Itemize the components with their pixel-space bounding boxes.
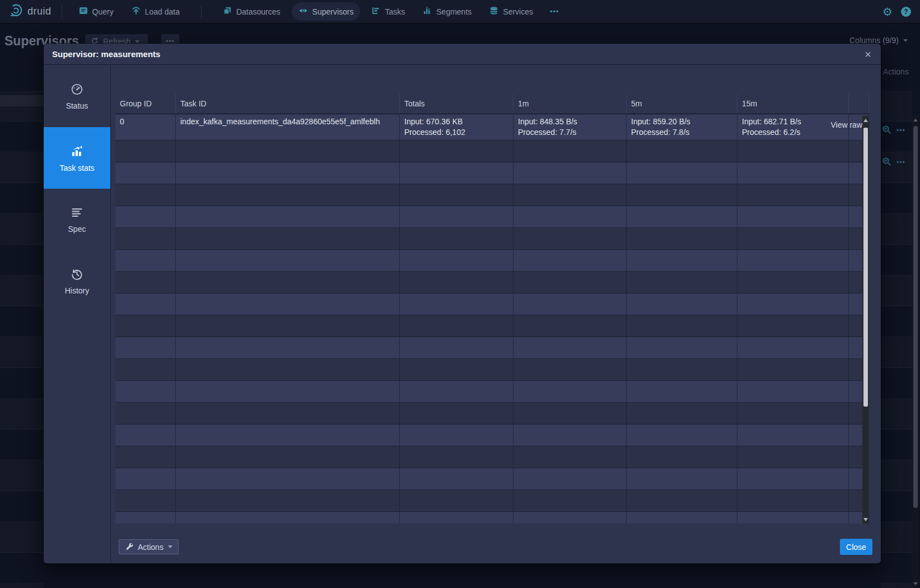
cell-empty: [115, 206, 176, 227]
cell-empty: [627, 206, 737, 227]
column-header-15m[interactable]: 15m: [737, 94, 849, 114]
actions-button[interactable]: Actions: [119, 539, 179, 554]
cell-empty: [400, 206, 513, 227]
cell-empty: [176, 184, 400, 206]
column-header-1m[interactable]: 1m: [513, 94, 627, 114]
table-row-empty: [115, 468, 869, 490]
cell-empty: [513, 359, 627, 380]
nav-items: Query Load data D: [72, 2, 565, 21]
cell-empty: [400, 162, 513, 184]
cell-empty: [513, 272, 627, 293]
page-scrollbar[interactable]: [912, 116, 919, 588]
nav-item-tasks[interactable]: Tasks: [365, 2, 412, 21]
tab-label: Task stats: [59, 164, 94, 172]
row-more-icon[interactable]: •••: [896, 158, 905, 166]
tab-label: Spec: [68, 225, 86, 234]
search-icon[interactable]: [882, 157, 891, 169]
background-row-actions: •••: [882, 124, 913, 137]
nav-more-button[interactable]: •••: [544, 7, 565, 16]
cell-empty: [737, 403, 849, 424]
cell-totals: Input: 670.36 KB Processed: 6,102: [400, 114, 513, 140]
load-data-icon: [132, 6, 141, 17]
cell-empty: [513, 490, 627, 511]
nav-item-label: Tasks: [385, 7, 405, 16]
cell-empty: [176, 424, 400, 446]
column-header-totals[interactable]: Totals: [400, 94, 513, 114]
align-left-icon: [71, 206, 83, 221]
table-row-empty: [115, 446, 869, 468]
cell-empty: [737, 315, 849, 337]
cell-empty: [400, 381, 513, 402]
close-button[interactable]: Close: [840, 539, 872, 555]
cell-empty: [627, 293, 737, 315]
druid-logo[interactable]: druid: [9, 3, 52, 20]
5m-processed: Processed: 7.8/s: [631, 127, 732, 138]
search-icon[interactable]: [882, 125, 891, 137]
table-scrollbar[interactable]: [862, 116, 869, 524]
table-row-empty: [115, 250, 869, 272]
nav-item-segments[interactable]: Segments: [416, 2, 478, 21]
tab-spec[interactable]: Spec: [44, 189, 110, 250]
15m-processed: Processed: 6.2/s: [742, 127, 844, 138]
close-icon[interactable]: ×: [861, 47, 875, 62]
nav-item-datasources[interactable]: Datasources: [216, 2, 287, 21]
cell-empty: [627, 381, 737, 402]
gear-icon[interactable]: ⚙: [882, 6, 893, 17]
cell-empty: [400, 250, 513, 271]
caret-down-icon: [135, 40, 139, 43]
table-row-empty: [115, 490, 869, 512]
cell-task-id: index_kafka_measurements_da4a92860e55e5f…: [176, 114, 400, 140]
cell-empty: [737, 250, 849, 271]
cell-empty: [115, 468, 176, 489]
cell-empty: [115, 162, 176, 184]
nav-item-services[interactable]: Services: [483, 2, 540, 21]
cell-empty: [513, 468, 627, 489]
cell-empty: [627, 337, 737, 358]
cell-empty: [627, 446, 737, 468]
cell-empty: [627, 228, 737, 249]
cell-empty: [115, 141, 176, 162]
help-icon[interactable]: ?: [901, 7, 911, 17]
table-row-empty: [115, 293, 869, 315]
cell-empty: [627, 512, 737, 524]
cell-empty: [115, 490, 176, 511]
cell-empty: [513, 424, 627, 446]
nav-separator: [62, 6, 62, 18]
table-scrollbar-thumb[interactable]: [863, 128, 868, 407]
tab-history[interactable]: History: [44, 250, 110, 312]
caret-down-icon: [903, 39, 908, 42]
dialog-header: Supervisor: measurements ×: [44, 44, 881, 65]
nav-item-supervisors[interactable]: Supervisors: [292, 2, 361, 21]
cell-empty: [115, 512, 176, 524]
page-scrollbar-thumb[interactable]: [913, 126, 918, 508]
column-header-group-id[interactable]: Group ID: [115, 94, 176, 114]
cell-empty: [176, 293, 400, 315]
row-more-icon[interactable]: •••: [896, 127, 905, 134]
cell-empty: [176, 337, 400, 358]
cell-empty: [400, 184, 513, 206]
cell-empty: [176, 228, 400, 249]
table-row-empty: [115, 381, 869, 403]
column-header-task-id[interactable]: Task ID: [176, 94, 400, 114]
cell-empty: [176, 250, 400, 271]
chart-trend-icon: [70, 144, 84, 160]
scroll-down-icon: [913, 582, 918, 585]
nav-item-query[interactable]: Query: [72, 2, 120, 21]
view-raw-button[interactable]: View raw: [830, 120, 862, 129]
cell-empty: [400, 228, 513, 249]
history-icon: [71, 268, 83, 282]
background-table-left-edge: [0, 91, 44, 588]
tab-label: Status: [66, 101, 88, 110]
cell-empty: [737, 228, 849, 249]
cell-empty: [115, 293, 176, 315]
column-header-5m[interactable]: 5m: [627, 94, 737, 114]
supervisor-dialog: Supervisor: measurements × Status: [44, 44, 881, 563]
tab-task-stats[interactable]: Task stats: [44, 127, 110, 189]
cell-empty: [737, 337, 849, 358]
nav-right: ⚙ ?: [882, 6, 911, 17]
cell-empty: [115, 272, 176, 293]
nav-item-load-data[interactable]: Load data: [125, 2, 186, 21]
tab-status[interactable]: Status: [44, 66, 110, 127]
background-row-highlight: [0, 95, 44, 106]
eye-icon: [298, 6, 308, 17]
